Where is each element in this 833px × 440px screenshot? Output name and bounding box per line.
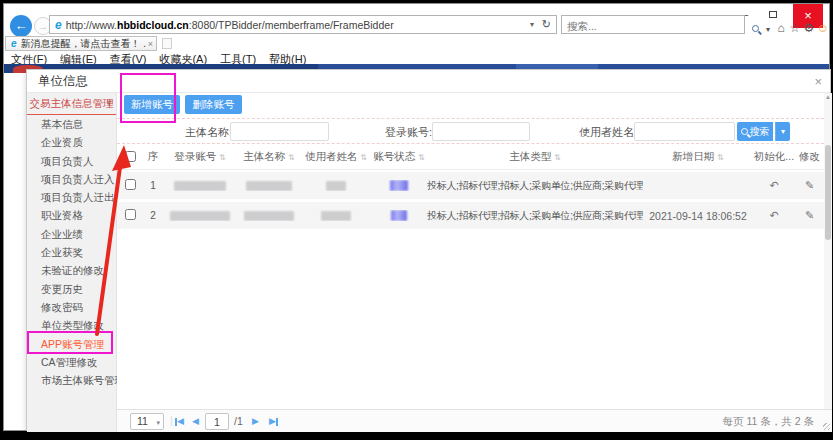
- filter-row: 主体名称: 登录账号: 使用者姓名: 搜索 ▾: [117, 118, 824, 144]
- search-dropdown-icon[interactable]: ▾: [761, 25, 775, 34]
- scrollbar-thumb[interactable]: [825, 145, 831, 240]
- sidebar-item-leader-transfer-out[interactable]: 项目负责人迁出: [27, 188, 116, 206]
- sidebar-item-enterprise-awards[interactable]: 企业获奖: [27, 243, 116, 261]
- sidebar-item-professional-qualification[interactable]: 职业资格: [27, 206, 116, 224]
- header-account-status[interactable]: 账号状态 ⇅: [371, 150, 427, 164]
- header-initialize: 初始化...: [753, 150, 795, 164]
- next-page-icon: ▶: [252, 413, 259, 430]
- browser-tab[interactable]: e 新消息提醒，请点击查看！ ... ×: [5, 36, 157, 51]
- sidebar-item-unverified-changes[interactable]: 未验证的修改: [27, 261, 116, 279]
- sidebar-item-enterprise-performance[interactable]: 企业业绩: [27, 225, 116, 243]
- row-seq: 2: [143, 210, 163, 221]
- sidebar-item-enterprise-qualification[interactable]: 企业资质: [27, 133, 116, 151]
- page-size-value: 11: [137, 415, 148, 427]
- forward-icon: →: [38, 20, 49, 32]
- modal-close-icon[interactable]: ×: [814, 70, 822, 93]
- add-date-text: 2021-09-14 18:06:52: [643, 210, 753, 222]
- chevron-down-icon: ▾: [781, 127, 785, 136]
- tab-ie-icon: e: [11, 38, 17, 49]
- undo-icon[interactable]: ↶: [753, 209, 795, 222]
- sidebar-item-leader-transfer-in[interactable]: 项目负责人迁入: [27, 170, 116, 188]
- pager-divider: |: [170, 414, 173, 426]
- sidebar-item-ca-management[interactable]: CA管理修改: [27, 353, 116, 371]
- pagination-summary: 每页 11 条，共 2 条: [723, 415, 814, 429]
- select-all-checkbox[interactable]: [125, 151, 136, 162]
- search-button-icon: [741, 128, 748, 135]
- back-button[interactable]: ←: [10, 15, 32, 37]
- subject-type-text: 投标人;招标代理;招标人;采购单位;供应商;采购代理: [427, 209, 643, 223]
- chevron-down-icon: ∨: [106, 93, 112, 113]
- prev-page-button[interactable]: ◀: [192, 413, 199, 430]
- sidebar: 交易主体信息管理 ∨ 基本信息 企业资质 项目负责人 项目负责人迁入 项目负责人…: [27, 93, 117, 432]
- page-size-select[interactable]: 11 ▾: [130, 413, 164, 430]
- url-prefix: http://www.: [66, 19, 117, 31]
- favorites-icon[interactable]: ☆: [788, 21, 802, 35]
- redacted-status-badge: [391, 210, 407, 221]
- sidebar-item-change-password[interactable]: 修改密码: [27, 298, 116, 316]
- header-seq: 序: [143, 150, 163, 164]
- header-subject-name[interactable]: 主体名称 ⇅: [237, 150, 301, 164]
- search-button[interactable]: 搜索: [737, 122, 773, 141]
- search-button-label: 搜索: [750, 125, 770, 139]
- browser-search-input[interactable]: [562, 18, 744, 35]
- refresh-icon[interactable]: ↻: [542, 18, 551, 31]
- sidebar-item-change-history[interactable]: 变更历史: [27, 280, 116, 298]
- edit-pencil-icon[interactable]: ✎: [795, 209, 824, 222]
- subject-name-label: 主体名称:: [185, 119, 232, 145]
- first-page-icon: ◀: [177, 413, 184, 430]
- next-page-button[interactable]: ▶: [252, 413, 259, 430]
- feedback-smiley-icon[interactable]: ☺: [816, 21, 830, 35]
- search-options-button[interactable]: ▾: [775, 122, 790, 141]
- sidebar-item-market-subject-account[interactable]: 市场主体账号管理: [27, 371, 116, 389]
- row-checkbox[interactable]: [125, 179, 136, 190]
- ie-page-icon: e: [55, 18, 62, 32]
- total-pages-label: /1: [234, 415, 243, 427]
- tab-close-icon[interactable]: ×: [148, 39, 153, 49]
- browser-search-box[interactable]: [561, 15, 745, 34]
- sort-icon: ⇅: [360, 153, 367, 162]
- table-scrollbar[interactable]: ▲: [824, 93, 832, 409]
- page-number-input[interactable]: [205, 413, 229, 430]
- address-bar[interactable]: e http://www.hbbidcloud.cn:8080/TPBidder…: [49, 15, 557, 34]
- edit-pencil-icon[interactable]: ✎: [795, 179, 824, 192]
- restore-icon: [769, 11, 777, 18]
- settings-gear-icon[interactable]: ⚙: [802, 21, 816, 35]
- sidebar-group-title[interactable]: 交易主体信息管理 ∨: [27, 93, 116, 115]
- home-icon[interactable]: ⌂: [774, 21, 788, 35]
- first-page-button[interactable]: ◀: [175, 413, 184, 430]
- scroll-up-icon[interactable]: ▲: [824, 94, 832, 100]
- subject-type-text: 投标人;招标代理;招标人;采购单位;供应商;采购代理: [427, 179, 643, 193]
- redacted-status-badge: [390, 180, 408, 191]
- header-user-name[interactable]: 使用者姓名 ⇅: [301, 150, 371, 164]
- browser-window: – × ← → e http://www.hbbidcloud.cn:8080/…: [3, 3, 830, 431]
- login-account-input[interactable]: [432, 122, 530, 141]
- sidebar-item-project-leader[interactable]: 项目负责人: [27, 152, 116, 170]
- url-dropdown-icon[interactable]: ▾: [530, 20, 534, 29]
- table-header: 序 登录账号 ⇅ 主体名称 ⇅ 使用者姓名 ⇅ 账号状态 ⇅ 主体类型 ⇅ 新增…: [117, 145, 824, 170]
- sort-icon: ⇅: [717, 153, 724, 162]
- header-add-date[interactable]: 新增日期 ⇅: [643, 150, 753, 164]
- undo-icon[interactable]: ↶: [753, 179, 795, 192]
- new-tab-button[interactable]: [162, 38, 172, 49]
- header-subject-type[interactable]: 主体类型 ⇅: [427, 150, 643, 164]
- row-checkbox[interactable]: [125, 209, 136, 220]
- header-login-account[interactable]: 登录账号 ⇅: [163, 150, 237, 164]
- resize-grip[interactable]: [823, 423, 830, 430]
- annotation-box-add-account: [120, 73, 176, 123]
- sidebar-item-basic-info[interactable]: 基本信息: [27, 115, 116, 133]
- delete-account-button[interactable]: 删除账号: [185, 95, 242, 114]
- unit-info-modal: 单位信息 × 交易主体信息管理 ∨ 基本信息 企业资质 项目负责人 项目负责人迁…: [26, 69, 831, 431]
- address-search-icon[interactable]: [748, 21, 762, 35]
- restore-button[interactable]: [761, 6, 785, 22]
- subject-name-input[interactable]: [230, 122, 329, 141]
- user-name-input[interactable]: [634, 122, 735, 141]
- redacted-user-name: [326, 181, 346, 191]
- modal-title: 单位信息: [38, 74, 88, 88]
- url-path: :8080/TPBidder/memberframe/FrameBidder: [189, 19, 394, 31]
- back-icon: ←: [15, 18, 28, 33]
- table-row[interactable]: 2 投标人;招标代理;招标人;采购单位;供应商;采购代理 2021-09-14 …: [117, 202, 824, 229]
- chevron-down-icon: ▾: [156, 415, 160, 430]
- table-row[interactable]: 1 投标人;招标代理;招标人;采购单位;供应商;采购代理 ↶ ✎: [117, 172, 824, 199]
- annotation-box-app-account: [27, 331, 113, 354]
- last-page-button[interactable]: ▶: [269, 413, 278, 430]
